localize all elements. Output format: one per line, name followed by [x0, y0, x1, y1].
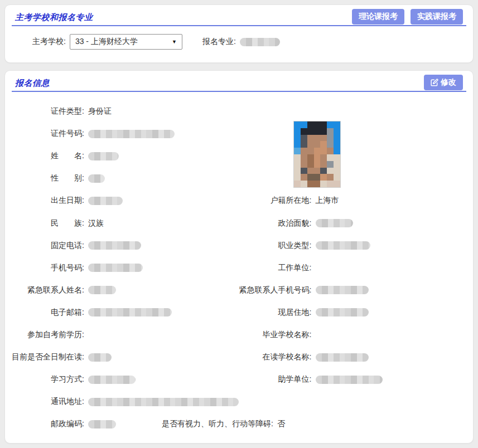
form-cell: 姓 名: — [5, 151, 239, 161]
form-cell: 现居住地: — [239, 308, 474, 318]
photo-pixel — [301, 148, 307, 154]
photo-pixel — [314, 135, 321, 142]
masked-value — [88, 420, 116, 428]
form-cell: 户籍所在地:上海市 — [239, 196, 474, 206]
masked-value — [316, 308, 369, 316]
field-label: 户籍所在地: — [239, 196, 312, 206]
form-cell: 通讯地址: — [5, 397, 239, 407]
form-cell: 紧急联系人姓名: — [5, 285, 239, 295]
photo-pixel — [327, 121, 334, 128]
form-row: 证件号码: — [5, 123, 473, 145]
theory-course-register-button[interactable]: 理论课报考 — [352, 9, 404, 25]
field-label: 在读学校名称: — [239, 352, 312, 362]
masked-value — [316, 286, 369, 294]
photo-pixel — [334, 161, 340, 168]
photo-pixel — [301, 141, 307, 148]
masked-value — [88, 286, 116, 294]
field-value: 否 — [277, 419, 285, 429]
photo-pixel — [314, 168, 321, 174]
photo-pixel — [294, 154, 301, 161]
masked-value — [316, 241, 370, 250]
form-row: 目前是否全日制在读:在读学校名称: — [5, 346, 473, 368]
photo-pixel — [314, 154, 321, 161]
photo-pixel — [327, 168, 334, 174]
photo-pixel — [314, 181, 321, 187]
form-cell: 固定电话: — [5, 241, 239, 251]
field-label: 固定电话: — [12, 241, 84, 251]
practice-course-register-button[interactable]: 实践课报考 — [411, 9, 463, 25]
school-label: 主考学校: — [32, 37, 66, 47]
form-cell: 民 族:汉族 — [5, 218, 239, 228]
photo-pixel — [327, 161, 334, 168]
photo-pixel — [314, 121, 321, 128]
masked-value — [88, 376, 136, 384]
field-label: 性 别: — [12, 173, 84, 183]
photo-pixel — [314, 141, 321, 148]
photo-pixel — [314, 128, 321, 135]
field-label: 证件类型: — [12, 106, 84, 116]
info-card-header: 报名信息 修改 — [5, 71, 473, 91]
form-row: 性 别: — [5, 167, 473, 189]
photo-pixel — [294, 168, 301, 174]
photo-pixel — [320, 128, 327, 135]
masked-value — [316, 353, 369, 362]
form-row: 学习方式:助学单位: — [5, 368, 473, 391]
masked-value — [88, 353, 112, 362]
school-select[interactable]: 33 - 上海财经大学 ▼ — [70, 34, 182, 50]
form-cell: 是否有视力、听力、行动等障碍:否 — [162, 419, 285, 429]
photo-pixel — [334, 135, 340, 142]
field-label: 职业类型: — [239, 241, 312, 251]
form-cell: 政治面貌: — [239, 218, 474, 228]
field-label: 民 族: — [12, 218, 84, 228]
photo-pixel — [320, 181, 327, 187]
photo-pixel — [334, 174, 340, 181]
photo-pixel — [314, 161, 321, 168]
header-actions: 理论课报考 实践课报考 — [352, 9, 463, 25]
form-row: 邮政编码:是否有视力、听力、行动等障碍:否 — [5, 413, 473, 435]
field-label: 助学单位: — [239, 374, 312, 384]
form-cell: 证件号码: — [5, 129, 239, 139]
field-label: 电子邮箱: — [12, 308, 84, 318]
form-row: 姓 名: — [5, 145, 473, 167]
form-cell: 出生日期: — [5, 196, 239, 206]
major-label: 报名专业: — [202, 37, 236, 47]
edit-button[interactable]: 修改 — [424, 75, 463, 90]
field-label: 手机号码: — [12, 263, 84, 273]
photo-pixel — [327, 181, 334, 187]
photo-pixel — [320, 135, 327, 142]
form-cell: 性 别: — [5, 173, 239, 183]
photo-pixel — [294, 121, 301, 128]
photo-pixel — [307, 161, 314, 168]
photo-pixel — [327, 135, 334, 142]
masked-value — [88, 152, 119, 160]
field-label: 参加自考前学历: — [12, 330, 84, 340]
photo-pixel — [320, 148, 327, 154]
photo-pixel — [320, 121, 327, 128]
field-label: 证件号码: — [12, 129, 84, 139]
field-label: 出生日期: — [12, 196, 84, 206]
form-row: 电子邮箱:现居住地: — [5, 301, 473, 324]
field-label: 毕业学校名称: — [239, 330, 312, 340]
edit-icon — [431, 79, 438, 86]
form-cell: 在读学校名称: — [239, 352, 474, 362]
photo-pixel — [320, 141, 327, 148]
section-title-school-major: 主考学校和报名专业 — [15, 12, 93, 25]
photo-pixel — [301, 181, 307, 187]
photo-pixel — [327, 141, 334, 148]
school-card-header: 主考学校和报名专业 理论课报考 实践课报考 — [5, 5, 473, 25]
divider — [12, 25, 466, 26]
photo-pixel — [320, 154, 327, 161]
photo-pixel — [301, 135, 307, 142]
photo-pixel — [301, 128, 307, 135]
school-major-card: 主考学校和报名专业 理论课报考 实践课报考 主考学校: 33 - 上海财经大学 … — [4, 4, 474, 63]
field-value: 汉族 — [88, 218, 104, 228]
school-major-form: 主考学校: 33 - 上海财经大学 ▼ 报名专业: — [32, 34, 473, 50]
field-value: 上海市 — [316, 196, 339, 206]
header-actions: 修改 — [424, 75, 463, 91]
form-cell: 职业类型: — [239, 241, 474, 251]
field-label: 姓 名: — [12, 151, 84, 161]
photo-pixel — [294, 148, 301, 154]
field-label: 通讯地址: — [12, 397, 84, 407]
masked-value — [316, 219, 353, 227]
school-select-value: 33 - 上海财经大学 — [75, 37, 138, 47]
